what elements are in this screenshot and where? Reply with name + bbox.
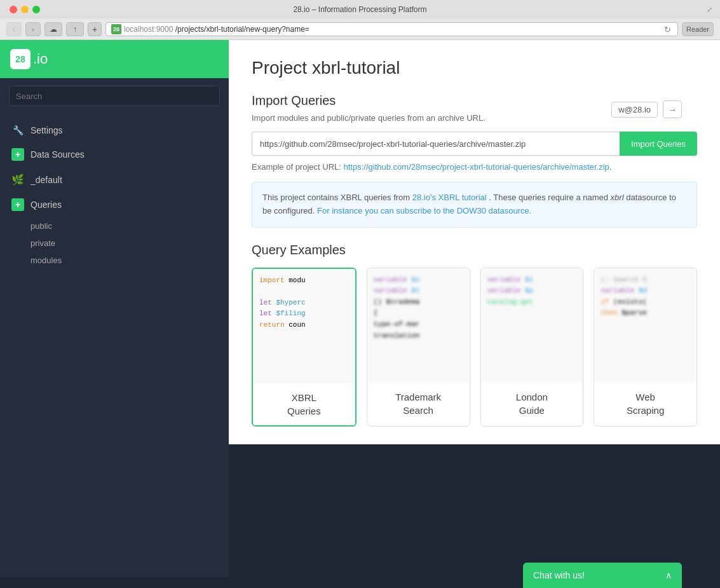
xbrl-label: XBRLQueries — [253, 383, 355, 425]
chat-label: Chat with us! — [533, 570, 585, 580]
favicon: 28 — [111, 24, 121, 34]
trademark-label: TrademarkSearch — [367, 383, 470, 425]
datasources-label: Data Sources — [31, 149, 85, 160]
logo[interactable]: 28 .io — [10, 49, 48, 69]
close-button[interactable] — [10, 6, 17, 13]
query-examples-title: Query Examples — [252, 243, 697, 257]
share-button[interactable]: ↑ — [66, 22, 84, 36]
london-code: variable $i variable $p catalog:get — [481, 268, 583, 383]
search-input[interactable] — [9, 86, 220, 106]
dow30-link[interactable]: For instance you can subscribe to the DO… — [317, 206, 531, 215]
trademark-code: variable $s variable $t () $tradema { ty… — [367, 268, 470, 383]
user-section: w@28.io → — [611, 100, 682, 118]
sidebar-item-public[interactable]: public — [0, 217, 229, 235]
import-url-input[interactable] — [252, 132, 620, 156]
resize-icon: ⤢ — [707, 6, 712, 14]
leaf-icon: 🌿 — [11, 174, 24, 186]
settings-label: Settings — [31, 125, 63, 135]
queries-label: Queries — [31, 200, 62, 210]
back-button[interactable]: ‹ — [6, 22, 22, 36]
main-wrapper: w@28.io → Project xbrl-tutorial Import Q… — [229, 40, 720, 577]
sidebar-item-default[interactable]: 🌿 _default — [0, 167, 229, 192]
sidebar-header: 28 .io — [0, 40, 229, 78]
import-row: Import Queries — [252, 132, 697, 156]
wrench-icon: 🔧 — [11, 125, 24, 135]
minimize-button[interactable] — [21, 6, 29, 13]
datasources-plus-icon: + — [11, 148, 24, 161]
sidebar-item-modules[interactable]: modules — [0, 252, 229, 269]
queries-plus-icon: + — [11, 198, 24, 211]
webscraping-label: WebScraping — [594, 383, 696, 425]
forward-button[interactable]: › — [25, 22, 41, 36]
example-card-london[interactable]: variable $i variable $p catalog:get Lond… — [480, 268, 584, 427]
sidebar-item-private[interactable]: private — [0, 235, 229, 252]
xbrl-code: import modu let $hyperc let $filing retu… — [253, 269, 355, 383]
example-text: Example of project URL: https://github.c… — [252, 162, 697, 172]
example-url-link[interactable]: https://github.com/28msec/project-xbrl-t… — [344, 162, 609, 172]
example-card-trademark[interactable]: variable $s variable $t () $tradema { ty… — [367, 268, 470, 427]
sidebar-item-datasources[interactable]: + Data Sources — [0, 142, 229, 167]
signout-button[interactable]: → — [663, 100, 682, 118]
sidebar-item-settings[interactable]: 🔧 Settings — [0, 119, 229, 142]
london-label: LondonGuide — [481, 383, 583, 425]
default-label: _default — [31, 175, 62, 185]
logo-text: .io — [33, 51, 48, 67]
chat-chevron-icon: ∧ — [665, 570, 672, 580]
example-card-webscraping[interactable]: (: Search h variable $d if (exists( then… — [594, 268, 697, 427]
xbrl-tutorial-link[interactable]: 28.io's XBRL tutorial — [412, 193, 487, 202]
address-bar[interactable]: 28 localhost:9000 /projects/xbrl-tutoria… — [105, 22, 678, 36]
user-badge: w@28.io — [611, 102, 658, 118]
search-container — [0, 78, 229, 114]
sidebar-item-queries[interactable]: + Queries — [0, 192, 229, 217]
refresh-button[interactable]: ↻ — [662, 24, 672, 34]
cloud-button[interactable]: ☁ — [44, 22, 62, 36]
window-title: 28.io – Information Processing Platform — [293, 5, 426, 14]
example-card-xbrl[interactable]: import modu let $hyperc let $filing retu… — [252, 268, 357, 427]
page-title: Project xbrl-tutorial — [252, 58, 697, 78]
logo-badge: 28 — [10, 49, 31, 69]
chat-widget[interactable]: Chat with us! ∧ — [523, 563, 682, 588]
examples-grid: import modu let $hyperc let $filing retu… — [252, 268, 697, 427]
reader-button[interactable]: Reader — [682, 22, 714, 36]
add-tab-button[interactable]: + — [88, 22, 102, 36]
webscraping-code: (: Search h variable $d if (exists( then… — [594, 268, 696, 383]
info-box: This project contains XBRL queries from … — [252, 182, 697, 228]
import-queries-button[interactable]: Import Queries — [620, 132, 697, 156]
sidebar: 28 .io 🔧 Settings + Data Sources 🌿 _defa… — [0, 40, 229, 577]
fullscreen-button[interactable] — [32, 6, 40, 13]
sidebar-nav: 🔧 Settings + Data Sources 🌿 _default + Q… — [0, 114, 229, 274]
url-text: localhost:9000 /projects/xbrl-tutorial/n… — [124, 25, 660, 34]
